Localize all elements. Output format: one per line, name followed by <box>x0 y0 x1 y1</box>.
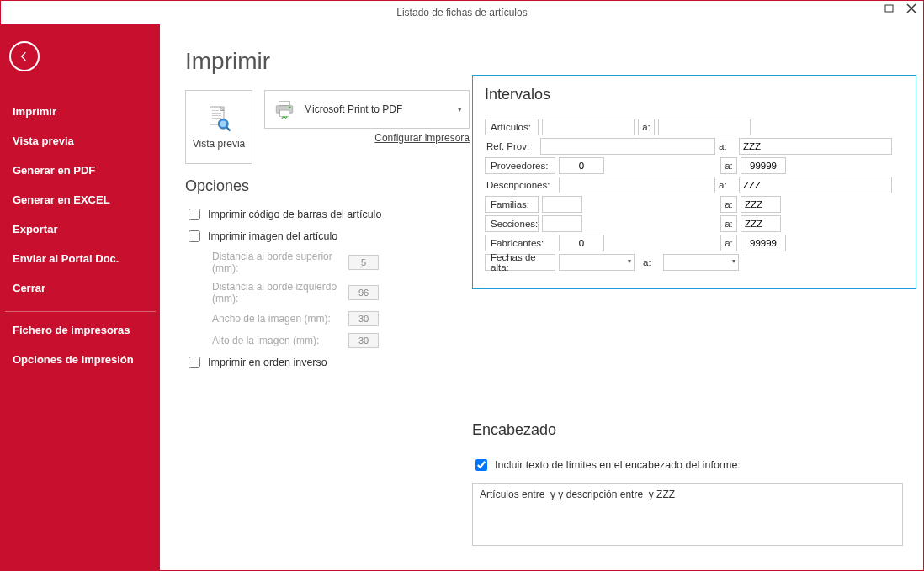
svg-point-14 <box>289 107 290 108</box>
ref-prov-to[interactable] <box>739 138 892 155</box>
fechas-to[interactable] <box>663 254 739 271</box>
ref-prov-from[interactable] <box>540 138 715 155</box>
close-button[interactable] <box>905 3 918 16</box>
label-articulos: Artículos: <box>485 119 539 135</box>
dist-left-input <box>348 285 379 300</box>
page-title: Imprimir <box>185 48 906 75</box>
row-fechas: Fechas de alta: ▾ a: ▾ <box>485 254 904 271</box>
width-input <box>348 311 379 326</box>
label-familias: Familias: <box>485 196 539 213</box>
svg-rect-0 <box>885 5 893 12</box>
maximize-button[interactable] <box>883 3 896 16</box>
sidebar-item-vista-previa[interactable]: Vista previa <box>9 126 151 156</box>
sidebar-item-exportar[interactable]: Exportar <box>9 214 151 244</box>
fechas-from[interactable] <box>559 254 635 271</box>
chevron-down-icon: ▾ <box>458 105 462 114</box>
articulos-from[interactable] <box>542 119 635 135</box>
row-proveedores: Proveedores: a: <box>485 157 904 174</box>
height-row: Alto de la imagen (mm): <box>185 330 379 352</box>
fabricantes-from[interactable] <box>559 235 604 251</box>
descripciones-from[interactable] <box>559 177 715 193</box>
vista-previa-button[interactable]: Vista previa <box>185 90 252 164</box>
sidebar-item-generar-pdf[interactable]: Generar en PDF <box>9 156 151 185</box>
label-proveedores: Proveedores: <box>485 157 555 174</box>
sidebar-item-enviar-portal[interactable]: Enviar al Portal Doc. <box>9 244 151 273</box>
title-bar: Listado de fichas de artículos <box>1 1 923 24</box>
checkbox-input-include-limits[interactable] <box>475 459 487 471</box>
checkbox-include-limits[interactable]: Incluir texto de límites en el encabezad… <box>472 454 916 476</box>
svg-rect-13 <box>280 110 289 117</box>
row-ref-prov: Ref. Prov: a: <box>485 138 904 155</box>
sidebar-item-opciones-impresion[interactable]: Opciones de impresión <box>9 345 151 374</box>
svg-rect-11 <box>279 101 290 105</box>
row-secciones: Secciones: a: <box>485 215 904 232</box>
label-ref-prov: Ref. Prov: <box>485 141 537 151</box>
back-button[interactable] <box>9 41 40 71</box>
vista-previa-label: Vista previa <box>193 138 245 150</box>
articulos-to[interactable] <box>658 119 751 135</box>
document-preview-icon <box>204 104 234 135</box>
descripciones-to[interactable] <box>739 177 892 193</box>
row-fabricantes: Fabricantes: a: <box>485 235 904 251</box>
window-title: Listado de fichas de artículos <box>396 7 527 19</box>
label-fabricantes: Fabricantes: <box>485 235 555 251</box>
sidebar: Imprimir Vista previa Generar en PDF Gen… <box>1 24 160 570</box>
sidebar-item-imprimir[interactable]: Imprimir <box>9 97 151 126</box>
height-input <box>348 333 379 348</box>
svg-point-9 <box>220 121 227 128</box>
header-text-input[interactable] <box>472 483 903 546</box>
printer-name: Microsoft Print to PDF <box>304 103 402 115</box>
svg-line-10 <box>226 127 231 131</box>
printer-select[interactable]: Microsoft Print to PDF ▾ <box>264 90 470 129</box>
dist-top-row: Distancia al borde superior (mm): <box>185 247 379 278</box>
a-label: a: <box>638 119 655 135</box>
fabricantes-to[interactable] <box>741 235 786 251</box>
secciones-from[interactable] <box>542 215 582 232</box>
familias-to[interactable] <box>741 196 781 213</box>
configurar-impresora-link[interactable]: Configurar impresora <box>348 132 470 144</box>
intervalos-panel: Intervalos Artículos: a: Ref. Prov: a: P… <box>472 75 916 289</box>
label-descripciones: Descripciones: <box>485 180 555 190</box>
sidebar-separator <box>5 311 156 312</box>
proveedores-to[interactable] <box>741 157 786 174</box>
row-articulos: Artículos: a: <box>485 119 904 135</box>
sidebar-item-cerrar[interactable]: Cerrar <box>9 273 151 303</box>
checkbox-input-barcode[interactable] <box>189 209 200 220</box>
width-row: Ancho de la imagen (mm): <box>185 308 379 330</box>
intervalos-title: Intervalos <box>485 86 904 103</box>
checkbox-input-reverse[interactable] <box>189 357 200 368</box>
encabezado-panel: Encabezado Incluir texto de límites en e… <box>472 421 916 548</box>
checkbox-input-image[interactable] <box>189 230 200 242</box>
label-secciones: Secciones: <box>485 215 539 232</box>
dist-top-input <box>348 255 379 270</box>
sidebar-item-fichero-impresoras[interactable]: Fichero de impresoras <box>9 315 151 345</box>
sidebar-item-generar-excel[interactable]: Generar en EXCEL <box>9 185 151 214</box>
secciones-to[interactable] <box>741 215 781 232</box>
row-familias: Familias: a: <box>485 196 904 213</box>
checkbox-reverse-order[interactable]: Imprimir en orden inverso <box>185 352 906 373</box>
dist-left-row: Distancia al borde izquierdo (mm): <box>185 278 379 308</box>
familias-from[interactable] <box>542 196 582 213</box>
printer-icon <box>273 98 295 120</box>
encabezado-title: Encabezado <box>472 421 916 439</box>
label-fechas: Fechas de alta: <box>485 254 555 271</box>
row-descripciones: Descripciones: a: <box>485 177 904 193</box>
proveedores-from[interactable] <box>559 157 604 174</box>
